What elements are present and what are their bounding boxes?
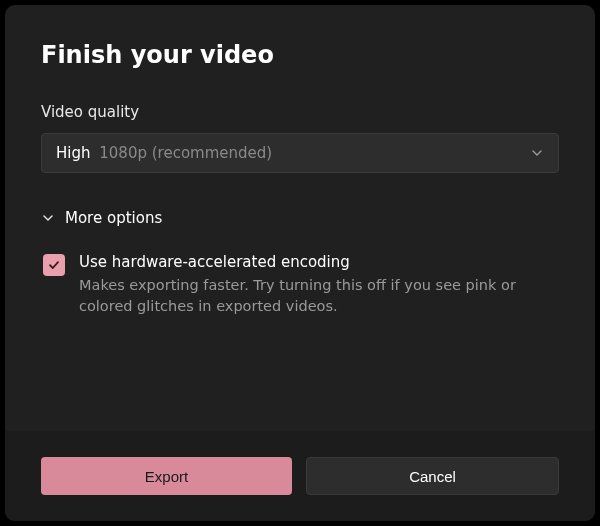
dialog-title: Finish your video bbox=[41, 41, 559, 69]
more-options-label: More options bbox=[65, 209, 162, 227]
hw-encoding-checkbox[interactable] bbox=[43, 254, 65, 276]
chevron-down-icon bbox=[41, 211, 55, 225]
video-quality-sub: 1080p (recommended) bbox=[99, 144, 272, 162]
hw-encoding-label: Use hardware-accelerated encoding bbox=[79, 253, 559, 271]
video-quality-strong: High bbox=[56, 144, 90, 162]
chevron-down-icon bbox=[530, 146, 544, 160]
cancel-button[interactable]: Cancel bbox=[306, 457, 559, 495]
hw-encoding-description: Makes exporting faster. Try turning this… bbox=[79, 275, 559, 317]
hw-encoding-option: Use hardware-accelerated encoding Makes … bbox=[41, 253, 559, 317]
dialog-content: Finish your video Video quality High 108… bbox=[5, 5, 595, 431]
export-dialog: Finish your video Video quality High 108… bbox=[5, 5, 595, 521]
video-quality-label: Video quality bbox=[41, 103, 559, 121]
export-button[interactable]: Export bbox=[41, 457, 292, 495]
hw-encoding-texts: Use hardware-accelerated encoding Makes … bbox=[79, 253, 559, 317]
video-quality-value: High 1080p (recommended) bbox=[56, 144, 272, 162]
more-options-expander[interactable]: More options bbox=[41, 209, 559, 227]
check-icon bbox=[47, 258, 61, 272]
video-quality-dropdown[interactable]: High 1080p (recommended) bbox=[41, 133, 559, 173]
dialog-footer: Export Cancel bbox=[5, 431, 595, 521]
